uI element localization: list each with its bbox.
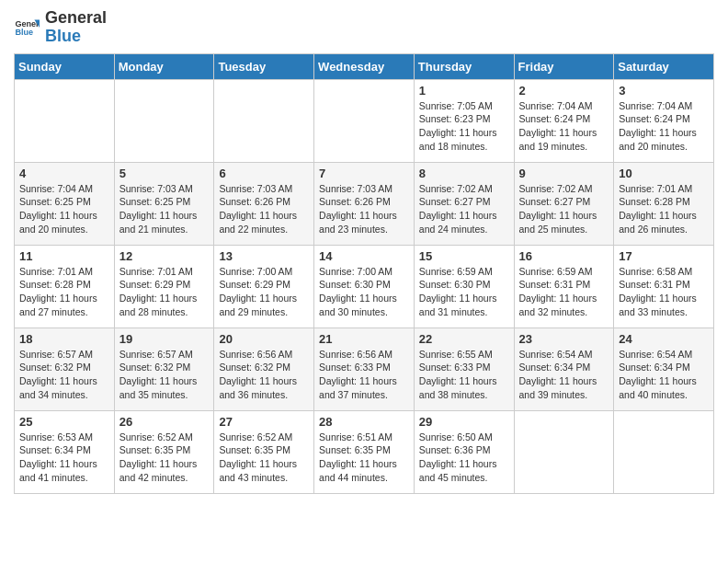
day-number: 16 [519,249,609,263]
day-number: 25 [19,415,109,429]
day-number: 2 [519,84,609,98]
day-number: 6 [219,167,309,180]
calendar-cell: 28Sunrise: 6:51 AMSunset: 6:35 PMDayligh… [314,410,415,493]
day-info: Sunrise: 7:00 AMSunset: 6:30 PMDaylight:… [319,265,409,319]
calendar-cell: 7Sunrise: 7:03 AMSunset: 6:26 PMDaylight… [314,162,415,245]
logo: General Blue General Blue [14,9,107,46]
day-number: 21 [319,332,409,346]
calendar-cell: 4Sunrise: 7:04 AMSunset: 6:25 PMDaylight… [15,162,115,245]
logo-icon: General Blue [14,15,40,40]
day-number: 4 [19,167,109,180]
day-number: 5 [119,167,210,180]
calendar-week-2: 11Sunrise: 7:01 AMSunset: 6:28 PMDayligh… [15,245,714,327]
logo-general: General [45,9,107,28]
calendar-cell: 24Sunrise: 6:54 AMSunset: 6:34 PMDayligh… [614,327,714,410]
calendar-week-0: 1Sunrise: 7:05 AMSunset: 6:23 PMDaylight… [15,79,714,162]
calendar-cell: 1Sunrise: 7:05 AMSunset: 6:23 PMDaylight… [414,79,514,162]
day-info: Sunrise: 6:50 AMSunset: 6:36 PMDaylight:… [419,431,509,485]
day-info: Sunrise: 7:01 AMSunset: 6:28 PMDaylight:… [619,182,709,236]
day-number: 13 [219,249,309,263]
weekday-header-monday: Monday [114,53,214,79]
day-number: 29 [419,415,509,429]
day-number: 19 [119,332,210,346]
day-info: Sunrise: 7:04 AMSunset: 6:24 PMDaylight:… [619,99,709,154]
calendar-body: 1Sunrise: 7:05 AMSunset: 6:23 PMDaylight… [15,79,714,493]
calendar-cell [514,410,614,493]
calendar-cell: 11Sunrise: 7:01 AMSunset: 6:28 PMDayligh… [15,245,115,327]
day-info: Sunrise: 6:54 AMSunset: 6:34 PMDaylight:… [519,348,609,402]
day-number: 12 [119,249,210,263]
calendar-cell [214,79,314,162]
day-info: Sunrise: 6:53 AMSunset: 6:34 PMDaylight:… [19,431,109,485]
calendar-week-1: 4Sunrise: 7:04 AMSunset: 6:25 PMDaylight… [15,162,714,245]
day-info: Sunrise: 7:00 AMSunset: 6:29 PMDaylight:… [219,265,309,319]
calendar-cell: 20Sunrise: 6:56 AMSunset: 6:32 PMDayligh… [214,327,314,410]
page-header: General Blue General Blue [14,9,714,46]
day-info: Sunrise: 7:04 AMSunset: 6:25 PMDaylight:… [19,182,109,236]
day-info: Sunrise: 7:05 AMSunset: 6:23 PMDaylight:… [419,99,509,154]
day-info: Sunrise: 7:01 AMSunset: 6:29 PMDaylight:… [119,265,210,319]
day-number: 26 [119,415,210,429]
day-number: 18 [19,332,109,346]
day-number: 15 [419,249,509,263]
weekday-header-row: SundayMondayTuesdayWednesdayThursdayFrid… [15,53,714,79]
day-info: Sunrise: 7:03 AMSunset: 6:26 PMDaylight:… [219,182,309,236]
day-number: 14 [319,249,409,263]
calendar-cell: 12Sunrise: 7:01 AMSunset: 6:29 PMDayligh… [114,245,214,327]
day-number: 27 [219,415,309,429]
calendar-cell: 19Sunrise: 6:57 AMSunset: 6:32 PMDayligh… [114,327,214,410]
day-info: Sunrise: 7:01 AMSunset: 6:28 PMDaylight:… [19,265,109,319]
calendar-cell: 16Sunrise: 6:59 AMSunset: 6:31 PMDayligh… [514,245,614,327]
calendar-cell [314,79,415,162]
day-number: 23 [519,332,609,346]
day-info: Sunrise: 6:57 AMSunset: 6:32 PMDaylight:… [119,348,210,402]
day-number: 20 [219,332,309,346]
calendar-table: SundayMondayTuesdayWednesdayThursdayFrid… [14,53,714,494]
day-info: Sunrise: 6:58 AMSunset: 6:31 PMDaylight:… [619,265,709,319]
day-info: Sunrise: 6:55 AMSunset: 6:33 PMDaylight:… [419,348,509,402]
day-info: Sunrise: 6:59 AMSunset: 6:31 PMDaylight:… [519,265,609,319]
calendar-cell: 10Sunrise: 7:01 AMSunset: 6:28 PMDayligh… [614,162,714,245]
svg-text:Blue: Blue [15,28,33,37]
day-number: 8 [419,167,509,180]
day-number: 11 [19,249,109,263]
day-info: Sunrise: 7:03 AMSunset: 6:25 PMDaylight:… [119,182,210,236]
weekday-header-sunday: Sunday [15,53,115,79]
day-info: Sunrise: 6:52 AMSunset: 6:35 PMDaylight:… [119,431,210,485]
day-info: Sunrise: 6:57 AMSunset: 6:32 PMDaylight:… [19,348,109,402]
weekday-header-friday: Friday [514,53,614,79]
weekday-header-thursday: Thursday [414,53,514,79]
day-info: Sunrise: 6:52 AMSunset: 6:35 PMDaylight:… [219,431,309,485]
day-number: 24 [619,332,709,346]
calendar-week-3: 18Sunrise: 6:57 AMSunset: 6:32 PMDayligh… [15,327,714,410]
day-info: Sunrise: 6:56 AMSunset: 6:33 PMDaylight:… [319,348,409,402]
day-info: Sunrise: 6:51 AMSunset: 6:35 PMDaylight:… [319,431,409,485]
day-number: 22 [419,332,509,346]
weekday-header-wednesday: Wednesday [314,53,415,79]
calendar-cell: 13Sunrise: 7:00 AMSunset: 6:29 PMDayligh… [214,245,314,327]
calendar-cell: 18Sunrise: 6:57 AMSunset: 6:32 PMDayligh… [15,327,115,410]
calendar-cell: 27Sunrise: 6:52 AMSunset: 6:35 PMDayligh… [214,410,314,493]
calendar-cell [114,79,214,162]
calendar-cell: 14Sunrise: 7:00 AMSunset: 6:30 PMDayligh… [314,245,415,327]
calendar-cell: 2Sunrise: 7:04 AMSunset: 6:24 PMDaylight… [514,79,614,162]
calendar-cell: 23Sunrise: 6:54 AMSunset: 6:34 PMDayligh… [514,327,614,410]
calendar-week-4: 25Sunrise: 6:53 AMSunset: 6:34 PMDayligh… [15,410,714,493]
calendar-cell: 9Sunrise: 7:02 AMSunset: 6:27 PMDaylight… [514,162,614,245]
day-info: Sunrise: 7:04 AMSunset: 6:24 PMDaylight:… [519,99,609,154]
calendar-cell: 21Sunrise: 6:56 AMSunset: 6:33 PMDayligh… [314,327,415,410]
day-number: 10 [619,167,709,180]
calendar-cell: 8Sunrise: 7:02 AMSunset: 6:27 PMDaylight… [414,162,514,245]
logo-blue: Blue [45,28,107,46]
day-info: Sunrise: 7:02 AMSunset: 6:27 PMDaylight:… [419,182,509,236]
calendar-cell: 26Sunrise: 6:52 AMSunset: 6:35 PMDayligh… [114,410,214,493]
day-info: Sunrise: 7:02 AMSunset: 6:27 PMDaylight:… [519,182,609,236]
day-info: Sunrise: 6:56 AMSunset: 6:32 PMDaylight:… [219,348,309,402]
calendar-cell: 15Sunrise: 6:59 AMSunset: 6:30 PMDayligh… [414,245,514,327]
weekday-header-saturday: Saturday [614,53,714,79]
day-info: Sunrise: 6:54 AMSunset: 6:34 PMDaylight:… [619,348,709,402]
day-info: Sunrise: 7:03 AMSunset: 6:26 PMDaylight:… [319,182,409,236]
day-number: 1 [419,84,509,98]
weekday-header-tuesday: Tuesday [214,53,314,79]
day-number: 28 [319,415,409,429]
